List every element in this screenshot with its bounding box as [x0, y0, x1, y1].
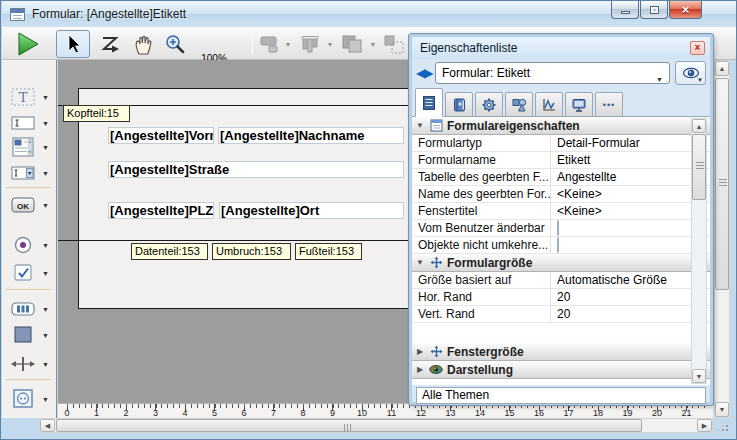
section-tag-datenteil[interactable]: Datenteil:153: [131, 243, 208, 260]
label-tool-dropdown[interactable]: ▼: [42, 94, 49, 101]
field-nachname[interactable]: [Angestellte]Nachname: [218, 127, 404, 144]
tab-shapes[interactable]: [505, 92, 533, 117]
pan-hand-button[interactable]: [128, 30, 156, 58]
scroll-left-button[interactable]: ◀: [40, 419, 55, 432]
scroll-up-button[interactable]: ▲: [715, 61, 729, 76]
grid-scroll-thumb[interactable]: [692, 134, 706, 200]
button-tool-button[interactable]: OK ▼: [8, 192, 56, 218]
close-button[interactable]: ×: [669, 1, 702, 19]
object-nav-arrows-icon[interactable]: ◀▶: [416, 66, 432, 80]
listbox-tool-dropdown[interactable]: ▼: [42, 144, 49, 151]
radio-tool-dropdown[interactable]: ▼: [42, 242, 49, 249]
shapes-icon: [511, 97, 527, 113]
label-tool-button[interactable]: T ▼: [8, 84, 56, 110]
property-value[interactable]: <Keine>: [551, 186, 710, 202]
checkbox-unchecked[interactable]: [557, 220, 559, 236]
property-row-objekte-nicht-umkehren: Objekte nicht umkehre...: [412, 237, 710, 254]
textbox-tool-dropdown[interactable]: ▼: [42, 120, 49, 127]
grid-section-formulargroesse[interactable]: ▼ Formulargröße: [412, 254, 710, 272]
property-row-geerbter-name: Name des geerbten For... <Keine>: [412, 186, 710, 203]
ruler-number: 4: [177, 408, 193, 418]
textbox-tool-button[interactable]: ▼: [8, 110, 56, 136]
property-value[interactable]: Automatische Größe: [551, 272, 710, 288]
property-label: Tabelle des geerbten F...: [412, 169, 551, 185]
panel-tabs: •••: [412, 88, 710, 117]
window-titlebar: Formular: [Angestellte]Etikett ×: [2, 1, 737, 27]
tab-settings[interactable]: [475, 92, 503, 117]
section-tag-fussteil[interactable]: Fußteil:153: [295, 243, 362, 260]
field-strasse[interactable]: [Angestellte]Straße: [108, 161, 404, 178]
grid-scroll-up-button[interactable]: ▲: [692, 119, 706, 133]
property-label: Formularname: [412, 152, 551, 168]
splitter-tool-dropdown[interactable]: ▼: [42, 361, 49, 368]
tab-notebook[interactable]: [445, 92, 473, 117]
grid-section-formulareigenschaften[interactable]: ▼ Formulareigenschaften: [412, 117, 710, 135]
property-row-vert-rand: Vert. Rand 20: [412, 306, 710, 323]
select-pointer-button[interactable]: [56, 30, 90, 58]
property-value[interactable]: 20: [551, 289, 710, 305]
ruler-number: 13: [443, 408, 459, 418]
textbox-tool-icon: [8, 111, 38, 135]
field-ort[interactable]: [Angestellte]Ort: [219, 202, 404, 219]
zoom-magnifier-button[interactable]: [160, 30, 190, 58]
checkbox-unchecked[interactable]: [557, 237, 559, 253]
tab-display[interactable]: [565, 92, 593, 117]
property-value[interactable]: <Keine>: [551, 203, 710, 219]
grid-section-darstellung[interactable]: ▶ Darstellung: [412, 361, 710, 379]
object-selector-combobox[interactable]: Formular: Etikett ▼: [435, 62, 670, 84]
property-value: [551, 237, 710, 253]
vertical-scroll-thumb[interactable]: [715, 78, 729, 290]
align-objects-dropdown: ▼: [283, 30, 293, 58]
property-value[interactable]: Detail-Formular: [551, 135, 710, 151]
radio-tool-button[interactable]: ▼: [8, 232, 56, 258]
tab-more[interactable]: •••: [595, 92, 623, 117]
maximize-button[interactable]: [640, 1, 668, 19]
horizontal-scroll-thumb[interactable]: [56, 419, 642, 432]
tab-curves[interactable]: [535, 92, 563, 117]
combobox-tool-dropdown[interactable]: ▼: [42, 170, 49, 177]
panel-close-button[interactable]: ×: [690, 41, 705, 55]
tab-order-button[interactable]: [96, 30, 124, 58]
rectangle-tool-button[interactable]: ▼: [8, 322, 56, 348]
grid-scrollbar[interactable]: ▲ ▼: [691, 118, 707, 384]
combobox-tool-button[interactable]: ▼: [8, 160, 56, 186]
window-resize-grip[interactable]: [714, 418, 731, 433]
scroll-right-button[interactable]: ▶: [697, 419, 712, 432]
ruler-number: 14: [472, 408, 488, 418]
field-plz[interactable]: [Angestellte]PLZ: [108, 202, 214, 219]
section-tag-umbruch[interactable]: Umbruch:153: [212, 243, 291, 260]
object-selector-value: Formular: Etikett: [442, 66, 530, 80]
minimize-button[interactable]: [611, 1, 639, 19]
horizontal-scrollbar[interactable]: ◀ ▶: [39, 418, 713, 433]
scroll-down-icon: ▼: [719, 406, 726, 413]
splitter-tool-button[interactable]: ▼: [8, 351, 56, 377]
ruler-number: 17: [561, 408, 577, 418]
vertical-scrollbar[interactable]: ▲ ▼: [714, 60, 730, 418]
grid-section-fenstergroesse[interactable]: ▶ Fenstergröße: [412, 343, 710, 361]
section-tag-kopfteil[interactable]: Kopfteil:15: [63, 105, 130, 122]
checkbox-tool-dropdown[interactable]: ▼: [42, 270, 49, 277]
view-options-button[interactable]: ▼: [675, 61, 706, 85]
property-label: Vom Benutzer änderbar: [412, 220, 551, 236]
property-value[interactable]: 20: [551, 306, 710, 322]
property-value[interactable]: Angestellte: [551, 169, 710, 185]
panel-object-selector-row: ◀▶ Formular: Etikett ▼ ▼: [412, 59, 710, 88]
tab-properties-list[interactable]: [415, 88, 443, 117]
property-label: Name des geerbten For...: [412, 186, 551, 202]
property-label: Formulartyp: [412, 135, 551, 151]
grid-scroll-down-button[interactable]: ▼: [692, 369, 706, 383]
button-tool-dropdown[interactable]: ▼: [42, 202, 49, 209]
listbox-tool-button[interactable]: ▼: [8, 134, 56, 160]
property-value[interactable]: Etikett: [551, 152, 710, 168]
checkbox-tool-button[interactable]: ▼: [8, 260, 56, 286]
theme-filter-box[interactable]: Alle Themen: [416, 387, 706, 404]
container-tool-button[interactable]: ▼: [8, 386, 56, 412]
container-tool-dropdown[interactable]: ▼: [42, 396, 49, 403]
rectangle-tool-dropdown[interactable]: ▼: [42, 332, 49, 339]
scroll-down-button[interactable]: ▼: [715, 402, 729, 417]
segmented-tool-button[interactable]: ▼: [8, 296, 56, 322]
run-form-button[interactable]: [12, 30, 44, 58]
field-vorname[interactable]: [Angestellte]Vorname: [108, 127, 214, 144]
properties-panel-titlebar[interactable]: Eigenschaftenliste ×: [412, 37, 710, 59]
segmented-tool-dropdown[interactable]: ▼: [42, 306, 49, 313]
